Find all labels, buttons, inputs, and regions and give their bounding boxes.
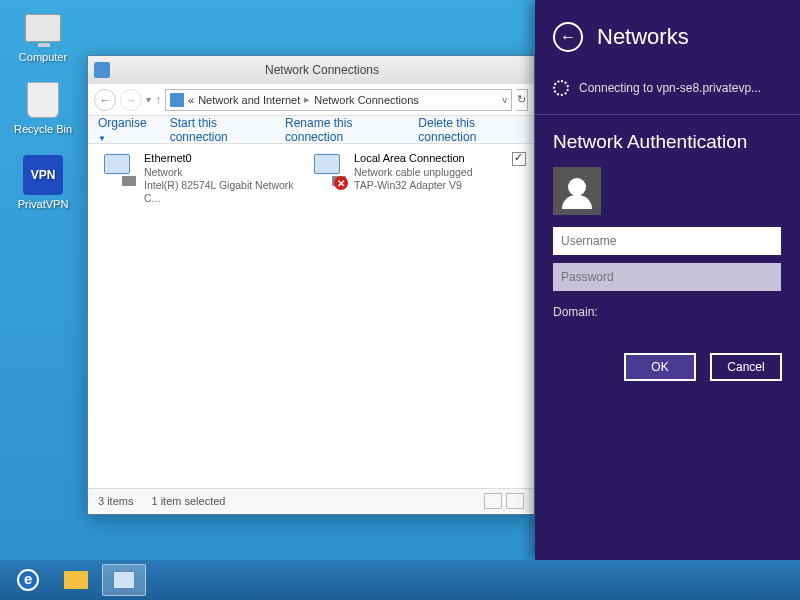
network-adapter-icon xyxy=(100,152,138,190)
chevron-down-icon[interactable]: v xyxy=(503,95,508,105)
titlebar[interactable]: Network Connections xyxy=(88,56,534,84)
view-icons-button[interactable] xyxy=(506,493,524,509)
spinner-icon xyxy=(553,80,569,96)
taskbar-explorer[interactable] xyxy=(54,564,98,596)
desktop-icon-label: Recycle Bin xyxy=(8,123,78,135)
connection-device: TAP-Win32 Adapter V9 xyxy=(354,179,473,192)
connection-item-ethernet[interactable]: Ethernet0 Network Intel(R) 82574L Gigabi… xyxy=(100,152,310,205)
taskbar-ie[interactable] xyxy=(6,564,50,596)
panel-title: Networks xyxy=(597,24,689,50)
domain-label: Domain: xyxy=(535,299,800,325)
password-input[interactable] xyxy=(553,263,781,291)
selection-count: 1 item selected xyxy=(151,495,225,507)
ok-button[interactable]: OK xyxy=(624,353,696,381)
desktop-icon-label: Computer xyxy=(8,51,78,63)
username-input[interactable] xyxy=(553,227,781,255)
checkbox[interactable] xyxy=(512,152,526,166)
auth-heading: Network Authentication xyxy=(535,131,800,167)
address-bar[interactable]: « Network and Internet ▸ Network Connect… xyxy=(165,89,512,111)
breadcrumb-prefix: « xyxy=(188,94,194,106)
chevron-right-icon: ▸ xyxy=(304,93,310,106)
start-connection-button[interactable]: Start this connection xyxy=(170,116,267,144)
ie-icon xyxy=(17,569,39,591)
refresh-button[interactable]: ↻ xyxy=(516,89,528,111)
organise-menu[interactable]: Organise ▼ xyxy=(98,116,152,144)
delete-connection-button[interactable]: Delete this connection xyxy=(418,116,524,144)
breadcrumb-item[interactable]: Network and Internet xyxy=(198,94,300,106)
connection-name: Local Area Connection xyxy=(354,152,473,166)
recycle-bin-icon xyxy=(27,82,59,118)
navigation-bar: ← → ▾ ↑ « Network and Internet ▸ Network… xyxy=(88,84,534,116)
connection-item-lan[interactable]: ✕ Local Area Connection Network cable un… xyxy=(310,152,520,192)
up-button[interactable]: ↑ xyxy=(155,93,161,107)
taskbar[interactable] xyxy=(0,560,800,600)
connection-status: Network cable unplugged xyxy=(354,166,473,179)
vpn-icon: VPN xyxy=(23,155,63,195)
connecting-text: Connecting to vpn-se8.privatevp... xyxy=(579,81,761,95)
command-bar: Organise ▼ Start this connection Rename … xyxy=(88,116,534,144)
desktop-icon-computer[interactable]: Computer xyxy=(8,8,78,63)
back-button[interactable]: ← xyxy=(553,22,583,52)
explorer-window: Network Connections ← → ▾ ↑ « Network an… xyxy=(87,55,535,515)
desktop-icon-privatvpn[interactable]: VPN PrivatVPN xyxy=(8,155,78,210)
connection-device: Intel(R) 82574L Gigabit Network C... xyxy=(144,179,310,205)
back-button[interactable]: ← xyxy=(94,89,116,111)
network-adapter-icon: ✕ xyxy=(310,152,348,190)
networks-panel: ← Networks Connecting to vpn-se8.private… xyxy=(535,0,800,560)
location-icon xyxy=(170,93,184,107)
user-avatar-icon xyxy=(553,167,601,215)
disconnected-icon: ✕ xyxy=(334,176,348,190)
view-details-button[interactable] xyxy=(484,493,502,509)
rename-connection-button[interactable]: Rename this connection xyxy=(285,116,400,144)
desktop-icon-recycle[interactable]: Recycle Bin xyxy=(8,80,78,135)
arrow-left-icon: ← xyxy=(560,28,576,46)
connection-name: Ethernet0 xyxy=(144,152,310,166)
network-window-icon xyxy=(113,571,135,589)
cancel-button[interactable]: Cancel xyxy=(710,353,782,381)
connecting-row[interactable]: Connecting to vpn-se8.privatevp... xyxy=(535,66,800,110)
taskbar-network-connections[interactable] xyxy=(102,564,146,596)
breadcrumb-item[interactable]: Network Connections xyxy=(314,94,419,106)
connection-status: Network xyxy=(144,166,310,179)
recent-dropdown-icon[interactable]: ▾ xyxy=(146,94,151,105)
desktop-icon-label: PrivatVPN xyxy=(8,198,78,210)
folder-icon xyxy=(64,571,88,589)
content-area[interactable]: Ethernet0 Network Intel(R) 82574L Gigabi… xyxy=(88,144,534,488)
status-bar: 3 items 1 item selected xyxy=(88,488,534,512)
window-title: Network Connections xyxy=(116,63,528,77)
forward-button[interactable]: → xyxy=(120,89,142,111)
window-icon xyxy=(94,62,110,78)
computer-icon xyxy=(25,14,61,42)
item-count: 3 items xyxy=(98,495,133,507)
